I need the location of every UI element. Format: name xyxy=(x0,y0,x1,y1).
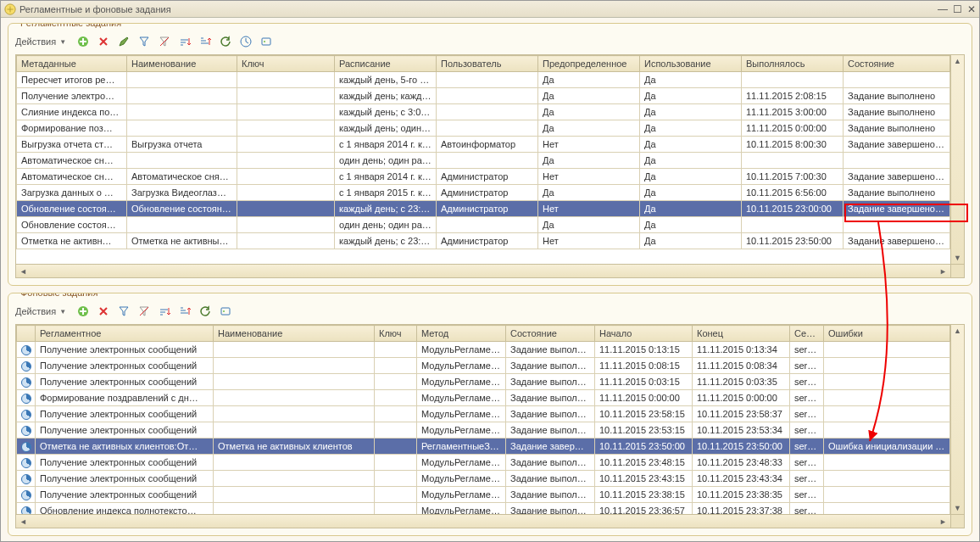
column-header[interactable]: Конец xyxy=(693,326,790,342)
column-header[interactable]: Расписание xyxy=(335,56,437,72)
column-header[interactable]: Ключ xyxy=(375,326,417,342)
column-header[interactable]: Наименование xyxy=(127,56,237,72)
table-row[interactable]: Получение электро…каждый день; кажд…ДаДа… xyxy=(17,88,964,104)
table-cell xyxy=(237,120,335,137)
table-cell: один день; один раз… xyxy=(335,217,437,233)
table-cell: Да xyxy=(538,72,640,88)
table-row[interactable]: Получение электронных сообщенийМодульРег… xyxy=(17,471,964,487)
column-header[interactable]: Предопределенное xyxy=(538,56,640,72)
column-header[interactable]: Состояние xyxy=(506,326,595,342)
close-button[interactable]: ✕ xyxy=(967,3,976,15)
filter-icon[interactable] xyxy=(136,33,153,50)
scheduled-grid[interactable]: МетаданныеНаименованиеКлючРасписаниеПоль… xyxy=(15,54,965,278)
table-row[interactable]: Получение электронных сообщенийМодульРег… xyxy=(17,422,964,439)
table-row[interactable]: Получение электронных сообщенийМодульРег… xyxy=(17,342,964,358)
actions-menu[interactable]: Действия xyxy=(15,36,56,47)
column-header[interactable]: Состояние xyxy=(844,56,950,72)
table-cell: Слияние индекса по… xyxy=(17,104,127,120)
sort-asc-icon[interactable] xyxy=(176,33,193,50)
minimize-button[interactable]: — xyxy=(938,3,948,15)
actions-dropdown-icon[interactable]: ▼ xyxy=(59,308,66,316)
column-header[interactable]: Использование xyxy=(640,56,742,72)
table-cell xyxy=(844,217,950,233)
scroll-right-icon[interactable]: ► xyxy=(938,265,949,277)
table-cell: МодульРегламен… xyxy=(417,406,506,422)
column-header[interactable]: Наименование xyxy=(214,326,375,342)
table-row[interactable]: Загрузка данных о …Загрузка Видеоглаз…с … xyxy=(17,185,964,201)
refresh-icon[interactable] xyxy=(197,303,214,320)
table-cell: Да xyxy=(538,153,640,169)
table-row[interactable]: Выгрузка отчета ст…Выгрузка отчетас 1 ян… xyxy=(17,137,964,153)
table-row[interactable]: Получение электронных сообщенийМодульРег… xyxy=(17,374,964,390)
sort-desc-icon[interactable] xyxy=(176,303,193,320)
scroll-right-icon[interactable]: ► xyxy=(938,516,949,528)
scroll-up-icon[interactable]: ▲ xyxy=(952,55,963,67)
table-row[interactable]: Получение электронных сообщенийМодульРег… xyxy=(17,358,964,374)
vscrollbar[interactable]: ▲ ▼ xyxy=(950,325,964,514)
hscrollbar[interactable]: ◄ ► xyxy=(16,514,950,528)
filter-icon[interactable] xyxy=(115,303,132,320)
table-cell: каждый день, 5-го ч… xyxy=(335,72,437,88)
column-header[interactable]: Пользователь xyxy=(437,56,538,72)
sort-asc-icon[interactable] xyxy=(156,303,173,320)
table-cell: 11.11.2015 0:13:34 xyxy=(693,342,790,358)
edit-button[interactable] xyxy=(115,33,132,50)
table-cell: Отметка не активн… xyxy=(17,233,127,249)
refresh-icon[interactable] xyxy=(217,33,234,50)
table-cell xyxy=(824,406,950,422)
scroll-up-icon[interactable]: ▲ xyxy=(952,325,963,337)
properties-icon[interactable] xyxy=(217,303,234,320)
table-row[interactable]: Автоматическое сн…один день; один раз…Да… xyxy=(17,153,964,169)
table-cell: МодульРегламен… xyxy=(417,390,506,406)
run-icon[interactable] xyxy=(258,33,275,50)
column-header[interactable]: Начало xyxy=(595,326,693,342)
vscrollbar[interactable]: ▲ ▼ xyxy=(950,55,964,264)
table-row[interactable]: Получение электронных сообщенийМодульРег… xyxy=(17,487,964,503)
column-header[interactable]: Регламентное xyxy=(36,326,214,342)
table-row[interactable]: Автоматическое сн…Автоматическое сня…с 1… xyxy=(17,169,964,185)
scroll-left-icon[interactable]: ◄ xyxy=(18,265,29,277)
column-header[interactable]: Выполнялось xyxy=(742,56,844,72)
job-status-icon xyxy=(21,426,31,436)
actions-dropdown-icon[interactable]: ▼ xyxy=(59,38,66,46)
sort-desc-icon[interactable] xyxy=(197,33,214,50)
table-row[interactable]: Получение электронных сообщенийМодульРег… xyxy=(17,406,964,422)
table-row[interactable]: Пересчет итогов ре…каждый день, 5-го ч…Д… xyxy=(17,72,964,88)
schedule-icon[interactable] xyxy=(237,33,254,50)
table-row[interactable]: Слияние индекса по…каждый день; с 3:0…Да… xyxy=(17,104,964,120)
hscrollbar[interactable]: ◄ ► xyxy=(16,264,950,277)
column-header[interactable] xyxy=(17,326,36,342)
table-cell xyxy=(375,422,417,439)
delete-button[interactable] xyxy=(95,33,112,50)
add-button[interactable] xyxy=(75,303,92,320)
background-grid[interactable]: РегламентноеНаименованиеКлючМетодСостоян… xyxy=(15,324,965,528)
table-row[interactable]: Формирование поз…каждый день; один …ДаДа… xyxy=(17,120,964,137)
table-cell: Формирование поз… xyxy=(17,120,127,137)
table-row[interactable]: Формирование поздравлений с дн…МодульРег… xyxy=(17,390,964,406)
table-row[interactable]: Отметка не активных клиентов:От…Отметка … xyxy=(17,439,964,455)
job-status-icon xyxy=(21,361,31,372)
column-header[interactable]: Ключ xyxy=(237,56,335,72)
table-cell: Ошибка инициализации библи… xyxy=(824,439,950,455)
table-cell: РегламентныеЗа… xyxy=(417,439,506,455)
actions-menu[interactable]: Действия xyxy=(15,306,56,316)
table-row[interactable]: Получение электронных сообщенийМодульРег… xyxy=(17,455,964,471)
column-header[interactable]: Метод xyxy=(417,326,506,342)
scroll-down-icon[interactable]: ▼ xyxy=(952,502,963,514)
delete-button[interactable] xyxy=(95,303,112,320)
table-row[interactable]: Обновление состоя…Обновление состоян…каж… xyxy=(17,201,964,217)
filter-off-icon[interactable] xyxy=(156,33,173,50)
scroll-left-icon[interactable]: ◄ xyxy=(18,516,29,528)
table-cell: 10.11.2015 23:00:00 xyxy=(742,201,844,217)
table-row[interactable]: Обновление состоя…один день; один раз…Да… xyxy=(17,217,964,233)
table-cell xyxy=(844,153,950,169)
column-header[interactable]: Ошибки xyxy=(824,326,950,342)
column-header[interactable]: Метаданные xyxy=(17,56,127,72)
maximize-button[interactable]: ☐ xyxy=(953,3,962,15)
column-header[interactable]: Сер… xyxy=(790,326,824,342)
svg-point-7 xyxy=(223,310,225,312)
table-row[interactable]: Отметка не активн…Отметка не активны…каж… xyxy=(17,233,964,249)
add-button[interactable] xyxy=(75,33,92,50)
filter-off-icon[interactable] xyxy=(136,303,153,320)
scroll-down-icon[interactable]: ▼ xyxy=(952,252,963,264)
